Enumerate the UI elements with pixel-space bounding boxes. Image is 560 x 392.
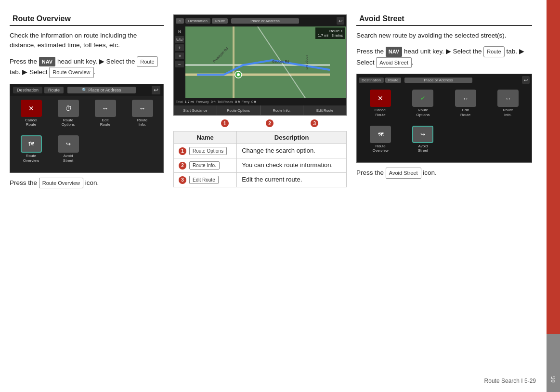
left-nav-btn: NAV <box>39 57 55 67</box>
edit-route-label: EditRoute <box>100 118 110 127</box>
route-overview-label: RouteOverview <box>23 154 39 163</box>
right-back-btn[interactable]: ↩ <box>522 76 530 84</box>
right-cancel-label: CancelRoute <box>375 108 387 117</box>
stat-toll-val: 0 ft <box>235 100 240 104</box>
route-info-item: ↔ RouteInfo. <box>125 100 159 133</box>
row2-num: 2 <box>179 162 186 170</box>
right-info-icon[interactable]: ↔ <box>497 90 519 107</box>
right-info-item: ↔ RouteInfo. <box>488 90 528 123</box>
num-circle-2: 2 <box>266 119 273 127</box>
right-route-options-icon[interactable]: ✔ <box>412 90 433 107</box>
side-tab-text: 05 <box>550 376 556 382</box>
avoid-street-item-left: ↪ AvoidStreet <box>51 135 85 169</box>
stat-ferry-val: 0 ft <box>251 100 256 104</box>
map-stats-bar: Total 1.7 mi Freeway 0 ft Toll Roads 0 f… <box>174 98 346 105</box>
right-route-tab-screen: Route <box>385 78 401 83</box>
table-cell-desc-1: Change the search option. <box>237 144 347 158</box>
right-info-symbol: ↔ <box>505 95 511 102</box>
right-edit-item: ↔ EditRoute <box>446 90 485 123</box>
route-options-icon[interactable]: ⏱ <box>58 100 79 117</box>
right-edit-symbol: ↔ <box>462 95 469 102</box>
right-avoid-street-badge2: Avoid Street <box>386 168 421 179</box>
route-info-badge: Route Info. <box>189 161 220 170</box>
svg-point-9 <box>237 73 240 76</box>
stat-ferry: Ferry <box>242 100 249 104</box>
edit-route-symbol: ↔ <box>102 105 109 112</box>
left-route-tab-screen: Route <box>44 87 64 93</box>
right-avoid-symbol: ↪ <box>420 131 425 138</box>
left-nav-screenshot: Destination Route 🔍 Place or Address ↩ ✕… <box>10 84 164 173</box>
left-route-overview-badge2: Route Overview <box>39 178 83 189</box>
cancel-route-label: CancelRoute <box>25 118 37 127</box>
right-overview-item: 🗺 RouteOverview <box>361 126 400 159</box>
left-dest-tab: Destination <box>13 87 42 93</box>
svg-text:Ridge Rd: Ridge Rd <box>305 55 309 69</box>
edit-route-badge: Edit Route <box>189 176 219 184</box>
route-options-item: ⏱ RouteOptions <box>51 100 85 133</box>
route-overview-icon[interactable]: 🗺 <box>21 135 42 153</box>
left-back-btn[interactable]: ↩ <box>152 86 160 94</box>
nav-label: NAV/ <box>175 36 184 43</box>
right-cancel-icon[interactable]: ✕ <box>370 90 391 107</box>
side-tab-bottom <box>547 334 560 392</box>
map-left-controls: N NAV/ + ◈ − <box>174 26 185 98</box>
zoom-in[interactable]: + <box>175 44 184 51</box>
table-cell-name-3: 3 Edit Route <box>174 173 237 187</box>
stat-toll: Toll Roads <box>217 100 233 104</box>
left-body1: Check the information on route including… <box>10 31 164 51</box>
mid-route-tab: Route <box>212 18 228 24</box>
right-avoid-label: AvoidStreet <box>418 144 428 153</box>
mid-home-icon: ⌂ <box>176 18 184 24</box>
table-header-name: Name <box>174 131 237 144</box>
left-body2: Press the NAV head unit key. ▶ Select th… <box>10 56 164 78</box>
right-avoid-street-badge: Avoid Street <box>376 57 412 68</box>
start-guidance-btn[interactable]: Start Guidance <box>174 105 217 115</box>
avoid-street-icon-left[interactable]: ↪ <box>58 135 79 153</box>
other-ctrl: ◈ <box>175 52 184 59</box>
mid-search: Place or Address <box>231 18 299 24</box>
route-info-icon[interactable]: ↔ <box>132 100 153 117</box>
info-table: Name Description 1 Route Options <box>173 131 347 187</box>
table-row-3: 3 Edit Route Edit the current route. <box>174 173 347 187</box>
route-info-symbol: ↔ <box>139 105 146 112</box>
right-overview-label: RouteOverview <box>372 144 388 153</box>
right-cancel-item: ✕ CancelRoute <box>361 90 400 123</box>
row3-num: 3 <box>179 176 186 184</box>
edit-route-icon[interactable]: ↔ <box>95 100 116 117</box>
map-bottom-btns: Start Guidance Route Options Route Info.… <box>174 105 346 115</box>
main-content: Route Overview Check the information on … <box>0 0 547 392</box>
mid-back-btn[interactable]: ↩ <box>337 17 344 25</box>
right-overview-icon[interactable]: 🗺 <box>370 126 391 143</box>
table-cell-desc-3: Edit the current route. <box>237 173 347 187</box>
compass-n: N <box>177 28 182 35</box>
left-route-overview-badge: Route Overview <box>49 67 93 78</box>
right-edit-icon[interactable]: ↔ <box>455 90 476 107</box>
stat-freeway: Freeway <box>196 100 209 104</box>
right-body2: Press the NAV head unit key. ▶ Select th… <box>356 46 532 68</box>
stat-total-val: 1.7 mi <box>185 100 194 104</box>
right-search: Place or Address <box>404 78 472 83</box>
right-section-heading: Avoid Street <box>356 14 532 26</box>
route-options-badge: Route Options <box>189 147 227 155</box>
cancel-x-symbol: ✕ <box>28 105 34 112</box>
right-route-options-symbol: ✔ <box>420 95 425 102</box>
edit-route-btn[interactable]: Edit Route <box>303 105 346 115</box>
right-route-options-item: ✔ RouteOptions <box>403 90 443 123</box>
row1-num: 1 <box>179 147 186 155</box>
right-body1: Search new route by avoiding the selecte… <box>356 31 532 40</box>
mid-dest-tab: Destination <box>185 18 210 24</box>
zoom-out[interactable]: − <box>175 61 184 67</box>
route-overview-item: 🗺 RouteOverview <box>14 135 48 169</box>
cancel-route-icon[interactable]: ✕ <box>21 100 42 117</box>
left-icon-grid: ✕ CancelRoute ⏱ RouteOptions <box>10 96 163 172</box>
left-body3: Press the Route Overview icon. <box>10 178 164 189</box>
page-footer: Route Search I 5-29 <box>484 378 536 384</box>
left-section-heading: Route Overview <box>10 14 164 26</box>
right-nav-screenshot: Destination Route Place or Address ↩ ✕ C… <box>356 74 532 163</box>
side-tab: 05 <box>547 0 560 392</box>
avoid-street-label-left: AvoidStreet <box>63 154 73 163</box>
route-info-btn[interactable]: Route Info. <box>260 105 304 115</box>
right-avoid-icon[interactable]: ↪ <box>412 126 433 143</box>
table-cell-name-2: 2 Route Info. <box>174 158 237 173</box>
route-options-btn[interactable]: Route Options <box>217 105 260 115</box>
